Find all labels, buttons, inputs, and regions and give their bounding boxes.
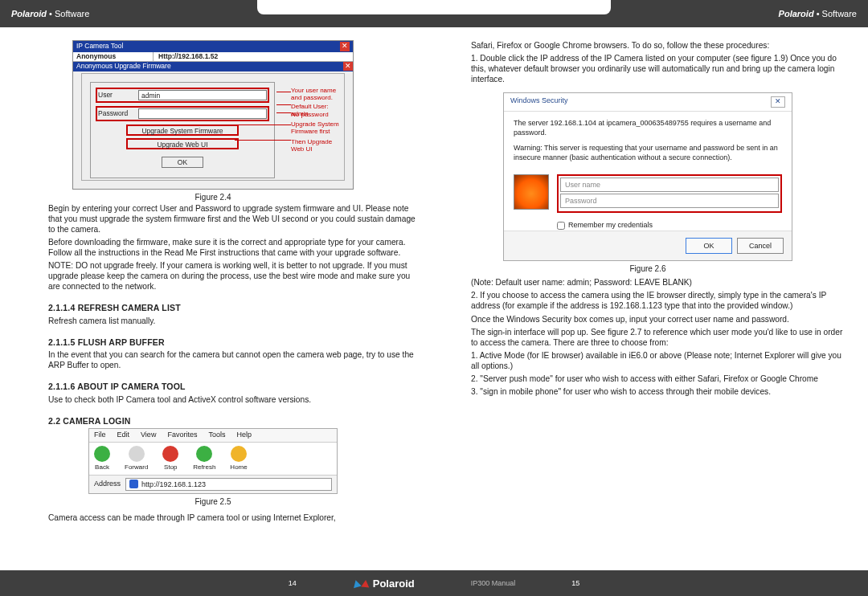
avatar-icon xyxy=(514,174,549,210)
page-number-left: 14 xyxy=(289,579,297,587)
right-column: Safari, Firefox or Google Chrome browser… xyxy=(447,40,845,549)
annotation: Your user nameand password. xyxy=(291,87,336,101)
browser-menu: FileEditViewFavoritesToolsHelp xyxy=(89,429,337,443)
body-text: The sign-in interface will pop up. See f… xyxy=(471,327,845,348)
body-text: 1. Active Mode (for IE browser) availabl… xyxy=(471,350,845,371)
password-label: Password xyxy=(98,109,138,118)
body-text: Camera access can be made through IP cam… xyxy=(48,512,423,523)
fig24-col2: Http://192.168.1.52 xyxy=(154,52,218,61)
left-column: IP Camera Tool✕ AnonymousHttp://192.168.… xyxy=(48,40,447,549)
menu-item[interactable]: View xyxy=(141,431,156,440)
fig24-subtitle: Anonymous Upgrade Firmware xyxy=(76,62,171,70)
toolbar-back-button[interactable]: Back xyxy=(94,446,110,471)
body-text: 2. If you choose to access the camera us… xyxy=(471,290,845,311)
toolbar-forward-button[interactable]: Forward xyxy=(125,446,148,471)
figure-2-6: Windows Security✕ The server 192.168.1.1… xyxy=(503,92,792,260)
menu-item[interactable]: Favorites xyxy=(167,431,197,440)
address-input[interactable]: http://192.168.1.123 xyxy=(125,478,332,491)
heading-flush: 2.1.1.5 FLUSH ARP BUFFER xyxy=(48,337,423,348)
body-text: 2. "Server push mode" for user who wish … xyxy=(471,374,845,384)
figure-2-5: FileEditViewFavoritesToolsHelp BackForwa… xyxy=(88,428,338,494)
header-left: Polaroid • Software xyxy=(11,9,89,18)
user-label: User xyxy=(98,91,138,100)
ok-button[interactable]: OK xyxy=(162,157,203,168)
body-text: NOTE: DO not upgrade freely. If your cam… xyxy=(48,260,423,292)
remember-label: Remember my credentials xyxy=(568,221,653,231)
annotation: Upgrade SystemFirmware first xyxy=(291,120,339,135)
footer-bar: 14 Polaroid IP300 Manual 15 xyxy=(0,570,868,596)
fig24-title: IP Camera Tool xyxy=(76,42,123,51)
header-right: Polaroid • Software xyxy=(779,9,857,18)
figure-caption: Figure 2.6 xyxy=(503,264,792,275)
close-icon[interactable]: ✕ xyxy=(340,42,350,51)
menu-item[interactable]: Tools xyxy=(208,431,225,440)
user-input[interactable]: admin xyxy=(138,90,267,100)
heading-about: 2.1.1.6 ABOUT IP CAMERA TOOL xyxy=(48,382,423,392)
toolbar-stop-button[interactable]: Stop xyxy=(162,446,178,471)
upgrade-web-button[interactable]: Upgrade Web UI xyxy=(126,138,239,149)
menu-item[interactable]: Help xyxy=(236,431,252,440)
body-text: Before downloading the firmware, make su… xyxy=(48,237,423,258)
body-text: Begin by entering your correct User and … xyxy=(48,203,423,235)
username-input[interactable]: User name xyxy=(560,178,779,192)
body-text: Use to check both IP Camera tool and Act… xyxy=(48,394,423,405)
ok-button[interactable]: OK xyxy=(686,238,732,254)
menu-item[interactable]: File xyxy=(94,431,106,440)
header-notch xyxy=(257,0,611,14)
cancel-button[interactable]: Cancel xyxy=(737,238,784,254)
annotation: No password xyxy=(291,111,329,118)
password-input[interactable]: Password xyxy=(560,194,779,208)
toolbar-refresh-button[interactable]: Refresh xyxy=(193,446,215,471)
upgrade-system-button[interactable]: Upgrade System Firmware xyxy=(126,125,239,136)
figure-2-4: IP Camera Tool✕ AnonymousHttp://192.168.… xyxy=(72,40,354,190)
page-number-right: 15 xyxy=(571,579,579,587)
dialog-text: The server 192.168.1.104 at ipcamera_000… xyxy=(514,118,782,138)
remember-checkbox[interactable] xyxy=(557,222,565,230)
annotation: Then Upgrade Web UI xyxy=(291,138,344,153)
menu-item[interactable]: Edit xyxy=(117,431,130,440)
heading-login: 2.2 CAMERA LOGIN xyxy=(48,416,423,427)
body-text: Refresh camera list manually. xyxy=(48,316,423,326)
body-text: Safari, Firefox or Google Chrome browser… xyxy=(471,40,845,51)
close-icon[interactable]: ✕ xyxy=(771,96,785,108)
dialog-title: Windows Security xyxy=(510,96,568,108)
header-bar: Polaroid • Software Polaroid • Software xyxy=(0,0,868,27)
polaroid-logo: Polaroid xyxy=(353,578,415,590)
address-label: Address xyxy=(94,480,121,489)
manual-label: IP300 Manual xyxy=(471,579,516,587)
body-text: (Note: Default user name: admin; Passwor… xyxy=(471,277,845,288)
close-icon[interactable]: ✕ xyxy=(343,62,353,71)
figure-caption: Figure 2.5 xyxy=(88,497,338,508)
ie-icon xyxy=(129,480,138,488)
dialog-text: Warning: This server is requesting that … xyxy=(514,143,782,163)
password-input[interactable] xyxy=(138,108,267,119)
body-text: Once the Windows Security box comes up, … xyxy=(471,314,845,325)
figure-caption: Figure 2.4 xyxy=(72,193,354,203)
toolbar-home-button[interactable]: Home xyxy=(230,446,247,471)
body-text: In the event that you can search for the… xyxy=(48,349,423,370)
fig24-col1: Anonymous xyxy=(73,52,154,61)
browser-toolbar: BackForwardStopRefreshHome xyxy=(89,443,337,476)
heading-refresh: 2.1.1.4 REFRESH CAMERA LIST xyxy=(48,303,423,313)
body-text: 1. Double click the IP address of the IP… xyxy=(471,53,845,84)
body-text: 3. "sign in mobile phone" for user who w… xyxy=(471,386,845,397)
